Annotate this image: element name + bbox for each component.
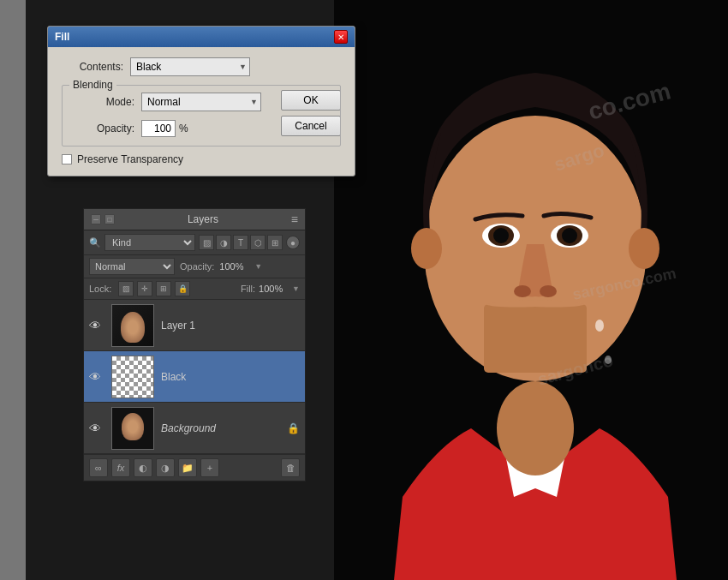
layer-item-layer1[interactable]: 👁 Layer 1 xyxy=(84,300,305,351)
svg-point-11 xyxy=(562,228,577,243)
face-svg: co.com sargo sargonco.com sargonco xyxy=(334,0,728,580)
opacity-arrow-icon[interactable]: ▼ xyxy=(254,262,262,271)
close-button[interactable]: ✕ xyxy=(334,30,348,44)
layers-panel: ─ □ Layers ≡ 🔍 Kind ▨ ◑ T ⬡ ⊞ ● Normal O… xyxy=(83,208,306,481)
svg-point-19 xyxy=(595,320,604,332)
preserve-row: Preserve Transparency xyxy=(62,153,341,165)
fill-label: Fill: xyxy=(241,284,255,294)
fill-value: 100% xyxy=(259,284,289,294)
layers-search-row: 🔍 Kind ▨ ◑ T ⬡ ⊞ ● xyxy=(84,230,305,255)
canvas-image: co.com sargo sargonco.com sargonco xyxy=(334,0,728,580)
layer1-thumb-image xyxy=(112,305,153,346)
contents-select-wrapper[interactable]: Black xyxy=(130,57,250,76)
filter-type-icon[interactable]: T xyxy=(233,235,248,250)
background-thumbnail xyxy=(111,407,154,450)
svg-point-12 xyxy=(514,285,531,297)
new-layer-btn[interactable]: + xyxy=(200,458,219,477)
lock-all-btn[interactable]: 🔒 xyxy=(175,281,190,296)
group-layers-btn[interactable]: 📁 xyxy=(178,458,197,477)
layers-filter-icons: ▨ ◑ T ⬡ ⊞ xyxy=(199,235,283,250)
search-icon: 🔍 xyxy=(89,237,101,248)
blending-legend: Blending xyxy=(69,79,116,91)
mode-label: Mode: xyxy=(73,96,141,108)
opacity-input[interactable]: 100 xyxy=(141,120,176,137)
layers-opacity-label: Opacity: xyxy=(180,261,214,272)
layers-mode-row: Normal Opacity: 100% ▼ xyxy=(84,255,305,278)
svg-point-4 xyxy=(411,228,442,269)
layer1-name: Layer 1 xyxy=(161,320,300,332)
layers-opacity-value: 100% xyxy=(219,261,249,272)
filter-adjustment-icon[interactable]: ◑ xyxy=(216,235,231,250)
background-layer-name: Background xyxy=(161,422,283,434)
collapse-btn[interactable]: ─ xyxy=(91,214,101,224)
fill-dialog: Fill ✕ Contents: Black OK Cancel Blendin… xyxy=(47,26,355,176)
add-mask-btn[interactable]: ◐ xyxy=(134,458,152,477)
layers-lock-row: Lock: ▨ ✛ ⊞ 🔒 Fill: 100% ▼ xyxy=(84,278,305,300)
lock-artboard-btn[interactable]: ⊞ xyxy=(156,281,171,296)
filter-pixel-icon[interactable]: ▨ xyxy=(199,235,214,250)
link-layers-btn[interactable]: ∞ xyxy=(89,458,108,477)
expand-btn[interactable]: □ xyxy=(104,214,115,224)
svg-point-5 xyxy=(629,228,659,269)
opacity-unit: % xyxy=(179,123,188,135)
black-layer-visibility-icon[interactable]: 👁 xyxy=(89,370,106,384)
layers-panel-title: Layers xyxy=(188,213,218,225)
preserve-label: Preserve Transparency xyxy=(77,153,183,165)
layers-menu-icon[interactable]: ≡ xyxy=(291,212,298,226)
left-strip xyxy=(0,0,26,580)
fx-btn[interactable]: fx xyxy=(111,458,130,477)
adjustment-layer-btn[interactable]: ◑ xyxy=(156,458,175,477)
svg-point-13 xyxy=(540,285,557,297)
layer-item-black[interactable]: 👁 Black xyxy=(84,351,305,403)
lock-pixel-btn[interactable]: ▨ xyxy=(118,281,134,296)
opacity-row: Opacity: 100 % xyxy=(73,120,330,137)
svg-point-8 xyxy=(493,228,509,243)
contents-select[interactable]: Black xyxy=(130,57,250,76)
layer1-visibility-icon[interactable]: 👁 xyxy=(89,319,106,332)
blending-section: Blending Mode: Normal Opacity: 100 % xyxy=(62,85,341,146)
background-thumb-image xyxy=(112,408,153,449)
fill-dialog-title: Fill xyxy=(55,31,69,43)
fill-dialog-titlebar: Fill ✕ xyxy=(48,27,355,47)
layer-item-background[interactable]: 👁 Background 🔒 xyxy=(84,403,305,454)
filter-smart-icon[interactable]: ⊞ xyxy=(267,235,283,250)
delete-layer-btn[interactable]: 🗑 xyxy=(281,458,300,477)
lock-position-btn[interactable]: ✛ xyxy=(137,281,152,296)
opacity-label: Opacity: xyxy=(73,123,141,135)
svg-point-2 xyxy=(497,381,574,475)
black-layer-thumbnail xyxy=(111,356,154,398)
filter-toggle[interactable]: ● xyxy=(286,236,300,249)
svg-point-20 xyxy=(605,356,612,364)
black-layer-name: Black xyxy=(161,371,300,383)
background-lock-icon: 🔒 xyxy=(287,422,300,434)
lock-label: Lock: xyxy=(89,284,111,294)
contents-label: Contents: xyxy=(62,61,130,73)
filter-shape-icon[interactable]: ⬡ xyxy=(250,235,266,250)
layers-toolbar: ∞ fx ◐ ◑ 📁 + 🗑 xyxy=(84,454,305,481)
mode-select[interactable]: Normal xyxy=(141,93,261,111)
layers-titlebar: ─ □ Layers ≡ xyxy=(84,209,305,230)
layers-kind-select[interactable]: Kind xyxy=(104,234,195,251)
fill-arrow-icon[interactable]: ▼ xyxy=(292,284,300,293)
layer1-thumbnail xyxy=(111,304,154,347)
background-visibility-icon[interactable]: 👁 xyxy=(89,422,106,435)
preserve-checkbox[interactable] xyxy=(62,154,72,164)
layers-mode-select[interactable]: Normal xyxy=(89,258,175,275)
fill-dialog-body: Contents: Black OK Cancel Blending Mode:… xyxy=(48,47,355,176)
black-layer-thumb-checker xyxy=(112,356,153,398)
contents-row: Contents: Black xyxy=(62,57,341,76)
mode-row: Mode: Normal xyxy=(73,93,330,111)
mode-select-wrapper[interactable]: Normal xyxy=(141,93,261,111)
